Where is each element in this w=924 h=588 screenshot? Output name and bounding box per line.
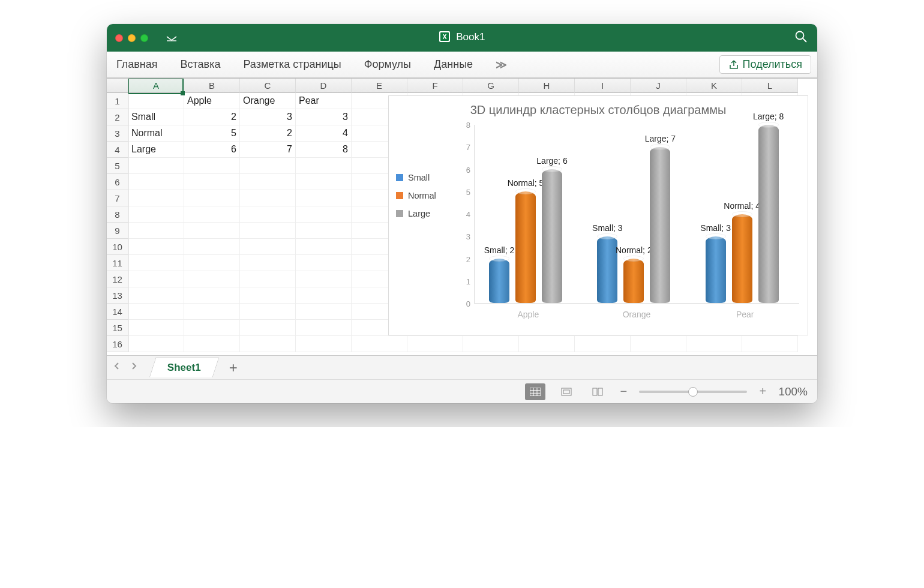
cell-B13[interactable] xyxy=(184,287,240,304)
cell-H16[interactable] xyxy=(519,336,575,352)
row-header-10[interactable]: 10 xyxy=(107,239,128,255)
col-header-F[interactable]: F xyxy=(407,79,463,93)
cell-A16[interactable] xyxy=(128,336,184,352)
cell-B2[interactable]: 2 xyxy=(184,109,240,125)
bar-apple-large[interactable] xyxy=(542,169,562,303)
cell-D9[interactable] xyxy=(296,223,352,239)
cell-C8[interactable] xyxy=(240,206,296,223)
quick-access-toolbar[interactable] xyxy=(166,34,177,41)
row-header-15[interactable]: 15 xyxy=(107,320,128,336)
cell-B5[interactable] xyxy=(184,158,240,174)
zoom-level-label[interactable]: 100% xyxy=(778,385,808,398)
cell-L16[interactable] xyxy=(742,336,798,352)
row-header-13[interactable]: 13 xyxy=(107,287,128,304)
cell-D15[interactable] xyxy=(296,320,352,336)
cell-C7[interactable] xyxy=(240,190,296,206)
cell-G16[interactable] xyxy=(463,336,519,352)
share-button[interactable]: Поделиться xyxy=(719,55,811,74)
cell-B7[interactable] xyxy=(184,190,240,206)
row-header-8[interactable]: 8 xyxy=(107,206,128,223)
row-header-2[interactable]: 2 xyxy=(107,109,128,125)
col-header-J[interactable]: J xyxy=(631,79,686,93)
cell-C12[interactable] xyxy=(240,271,296,287)
cell-C1[interactable]: Orange xyxy=(240,93,296,109)
cell-D16[interactable] xyxy=(296,336,352,352)
cell-C3[interactable]: 2 xyxy=(240,125,296,142)
cell-B3[interactable]: 5 xyxy=(184,125,240,142)
cell-C5[interactable] xyxy=(240,158,296,174)
cell-B4[interactable]: 6 xyxy=(184,142,240,158)
cell-D13[interactable] xyxy=(296,287,352,304)
col-header-H[interactable]: H xyxy=(519,79,575,93)
cell-C10[interactable] xyxy=(240,239,296,255)
cell-A8[interactable] xyxy=(128,206,184,223)
cell-B10[interactable] xyxy=(184,239,240,255)
bar-pear-small[interactable] xyxy=(706,236,726,303)
sheet-nav-prev[interactable] xyxy=(113,362,125,374)
bar-apple-small[interactable] xyxy=(489,259,509,303)
cell-A2[interactable]: Small xyxy=(128,109,184,125)
row-header-9[interactable]: 9 xyxy=(107,223,128,239)
sheet-tab-active[interactable]: Sheet1 xyxy=(149,358,219,377)
tab-formulas[interactable]: Формулы xyxy=(361,56,415,73)
cell-B16[interactable] xyxy=(184,336,240,352)
cell-F16[interactable] xyxy=(407,336,463,352)
col-header-K[interactable]: K xyxy=(686,79,742,93)
row-header-16[interactable]: 16 xyxy=(107,336,128,352)
bar-orange-small[interactable] xyxy=(597,236,617,303)
cell-K16[interactable] xyxy=(686,336,742,352)
col-header-C[interactable]: C xyxy=(240,79,296,93)
cell-B9[interactable] xyxy=(184,223,240,239)
cell-D11[interactable] xyxy=(296,255,352,271)
zoom-in-button[interactable]: + xyxy=(758,385,767,398)
bar-apple-normal[interactable] xyxy=(515,191,536,303)
tabs-overflow[interactable]: ≫ xyxy=(492,56,511,74)
bar-pear-normal[interactable] xyxy=(732,214,752,304)
close-window-button[interactable] xyxy=(115,34,123,42)
maximize-window-button[interactable] xyxy=(140,34,148,42)
bar-orange-normal[interactable] xyxy=(623,259,644,303)
cell-J16[interactable] xyxy=(631,336,686,352)
cell-C11[interactable] xyxy=(240,255,296,271)
col-header-I[interactable]: I xyxy=(575,79,631,93)
cell-C14[interactable] xyxy=(240,304,296,320)
cell-A14[interactable] xyxy=(128,304,184,320)
col-header-L[interactable]: L xyxy=(742,79,798,93)
cell-C6[interactable] xyxy=(240,174,296,190)
cell-A13[interactable] xyxy=(128,287,184,304)
cell-B12[interactable] xyxy=(184,271,240,287)
cell-A12[interactable] xyxy=(128,271,184,287)
cell-A11[interactable] xyxy=(128,255,184,271)
row-header-11[interactable]: 11 xyxy=(107,255,128,271)
search-icon[interactable] xyxy=(794,30,808,46)
select-all-corner[interactable] xyxy=(107,79,128,93)
cell-D3[interactable]: 4 xyxy=(296,125,352,142)
view-normal-button[interactable] xyxy=(525,383,545,400)
row-header-4[interactable]: 4 xyxy=(107,142,128,158)
embedded-chart[interactable]: 3D цилиндр кластерных столбцов диаграммы… xyxy=(388,95,808,335)
view-page-layout-button[interactable] xyxy=(556,383,577,400)
cell-C16[interactable] xyxy=(240,336,296,352)
col-header-A[interactable]: A xyxy=(128,79,184,93)
cell-B14[interactable] xyxy=(184,304,240,320)
cell-D7[interactable] xyxy=(296,190,352,206)
cell-A1[interactable] xyxy=(128,93,184,109)
minimize-window-button[interactable] xyxy=(128,34,136,42)
cell-D4[interactable]: 8 xyxy=(296,142,352,158)
cell-C9[interactable] xyxy=(240,223,296,239)
cell-D2[interactable]: 3 xyxy=(296,109,352,125)
cell-I16[interactable] xyxy=(575,336,631,352)
col-header-G[interactable]: G xyxy=(463,79,519,93)
cell-B11[interactable] xyxy=(184,255,240,271)
tab-layout[interactable]: Разметка страницы xyxy=(239,56,344,73)
view-page-break-button[interactable] xyxy=(587,383,608,400)
cell-D8[interactable] xyxy=(296,206,352,223)
cell-C4[interactable]: 7 xyxy=(240,142,296,158)
col-header-D[interactable]: D xyxy=(296,79,352,93)
cell-C2[interactable]: 3 xyxy=(240,109,296,125)
cell-A6[interactable] xyxy=(128,174,184,190)
row-header-1[interactable]: 1 xyxy=(107,93,128,109)
cell-A15[interactable] xyxy=(128,320,184,336)
col-header-E[interactable]: E xyxy=(352,79,407,93)
cell-A5[interactable] xyxy=(128,158,184,174)
